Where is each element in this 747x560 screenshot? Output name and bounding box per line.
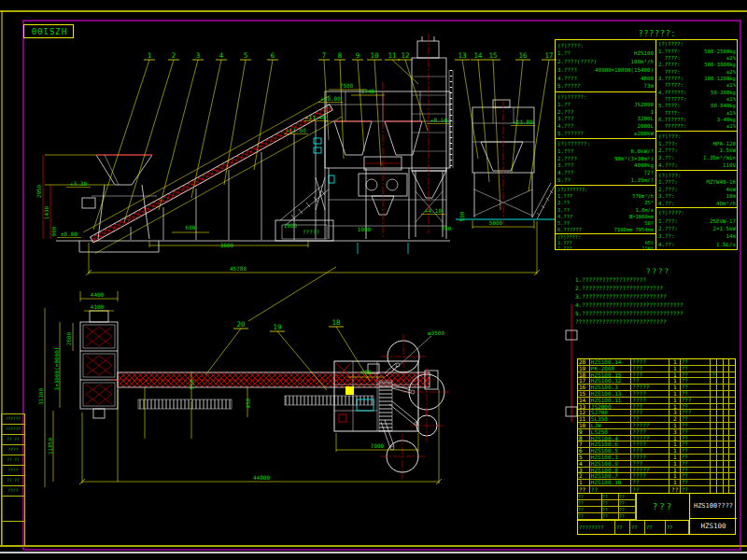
spec-cell-header: (?)????: <box>658 210 736 216</box>
parts-cell <box>711 378 717 384</box>
parts-cell: 9 <box>578 429 590 435</box>
parts-cell <box>711 455 717 460</box>
spec-row: 3.?????:100-1200kg <box>658 76 736 81</box>
spec-row-label: 3.??? <box>557 116 573 121</box>
spec-row-value: 14m <box>726 233 736 239</box>
spec-row-value: HPA-120 <box>713 141 736 147</box>
parts-cell <box>717 468 724 473</box>
parts-cell: 5 <box>578 455 590 460</box>
screen-bottom-line <box>0 552 747 553</box>
parts-row: 15HZS100.13????1?? <box>578 391 735 398</box>
parts-cell: ?? <box>681 385 712 390</box>
parts-cell: 1 <box>669 480 681 485</box>
spec-row-value: 4kW <box>726 187 736 192</box>
spec-row-value: 4800 <box>641 76 654 81</box>
parts-cell: 1 <box>669 404 681 410</box>
parts-cell <box>729 385 735 390</box>
parts-cell: 16 <box>578 385 590 390</box>
spec-row: 3.??:10m <box>658 193 736 199</box>
spec-row-value: 10m <box>726 193 736 199</box>
spec-row-value: 1.5kW <box>720 147 736 153</box>
spec-row: 2.????:500-3000kg <box>658 62 736 67</box>
corner-part-number: HZS100 <box>23 24 74 38</box>
parts-list-table: 20HZS100.14????1??19PK-2008???1??18HZS10… <box>577 358 736 493</box>
spec-row-label: 1.????: <box>658 49 681 54</box>
note-line: 3.????????????????????????? <box>575 292 741 301</box>
spec-row: ????:±2% <box>658 55 736 61</box>
title-block-sub-cell: ?? <box>630 521 645 535</box>
spec-row-label: 2.?? <box>557 200 570 205</box>
parts-cell: HZS100.6 <box>590 441 631 447</box>
spec-row: 1.???6.0kW/? <box>557 148 654 154</box>
spec-row: 6.??????:3-40kg <box>658 117 736 122</box>
spec-row-label: ????: <box>658 110 681 116</box>
spec-row: 1.??HZS100 <box>557 50 654 56</box>
parts-cell: 1 <box>669 455 681 460</box>
spec-row: 6.??????7100mm 7954mm <box>557 227 654 232</box>
strip-row: ?????? <box>1 424 25 434</box>
parts-cell: LJW <box>590 423 631 428</box>
dim-text: 3600 <box>220 242 234 248</box>
spec-row-value: 500-3000kg <box>704 62 736 67</box>
dim-text: 550 <box>189 379 195 389</box>
balloon-number: 19 <box>273 323 281 331</box>
spec-row-label: 5.?? <box>557 177 571 183</box>
parts-cell: HZS100.3 <box>590 385 631 390</box>
parts-cell: HZS100.4 <box>590 436 631 441</box>
parts-cell <box>711 366 717 371</box>
balloon-number: 16 <box>518 51 528 60</box>
spec-row: 5.?????73m <box>557 83 654 89</box>
spec-row-label: 2.???? <box>557 156 577 161</box>
dim-text: 44800 <box>253 474 270 481</box>
parts-cell: ???? <box>631 398 669 403</box>
spec-row-label: 1.?? <box>557 102 571 107</box>
parts-cell <box>729 416 735 422</box>
parts-row: 16HZS100.3?????1?? <box>578 385 735 391</box>
spec-row-label: 6.??????: <box>658 117 686 122</box>
spec-cell-header: (?)???: <box>658 133 736 139</box>
dust-collector <box>417 41 439 58</box>
parts-cell: ?? <box>631 486 669 493</box>
parts-cell: 2 <box>578 473 590 479</box>
spec-row-value: 3200L <box>638 116 654 121</box>
spec-row: 3.??:1.35m³/min <box>658 155 736 161</box>
parts-cell: LS250 <box>590 429 631 435</box>
balloon-leader <box>93 60 149 230</box>
spec-row: 3.???3200L <box>557 116 654 121</box>
parts-cell <box>717 385 724 390</box>
aggregate-bins <box>80 311 118 418</box>
parts-cell <box>717 480 724 485</box>
spec-row-label: 4.???: <box>658 162 678 168</box>
spec-row-value: 1.35m/? <box>631 177 654 183</box>
parts-cell <box>729 436 735 441</box>
title-block-sub-cell: ?? <box>645 521 666 535</box>
spec-row-value: 110V <box>723 162 736 168</box>
parts-cell <box>711 461 717 467</box>
parts-cell: ????? <box>631 423 669 428</box>
spec-row: ?????:±1% <box>658 82 736 88</box>
dim-text: 7500 <box>340 82 354 89</box>
parts-row: 10LJW?????1?? <box>578 423 735 429</box>
spec-cell: (?)????:1.???65t2.???116t <box>556 234 655 249</box>
parts-row: 11SL350??2?? <box>578 416 735 423</box>
parts-cell <box>729 423 735 428</box>
spec-row-value: ±1% <box>726 96 736 102</box>
parts-cell: ?? <box>681 468 712 473</box>
elevation-dim-lines <box>45 90 540 275</box>
title-block-row: ?????? <box>578 494 636 500</box>
balloon-number: 17 <box>544 51 553 60</box>
spec-row: 4.???72? <box>557 170 654 175</box>
parts-cell <box>717 473 724 479</box>
parts-row: 7HZS100.6????1?? <box>578 441 735 448</box>
parts-cell: HZS100.12 <box>590 378 631 384</box>
spec-row-label: ????: <box>658 55 681 61</box>
parts-cell <box>711 404 717 410</box>
spec-row: 2.????(????)100m³/h <box>557 59 654 64</box>
parts-cell: ?? <box>681 486 712 493</box>
parts-cell <box>729 404 735 410</box>
dim-text: 5748 <box>361 88 375 94</box>
parts-row: 5HZS100.1????1?? <box>578 455 735 461</box>
spec-row-value: 2×1.5kW <box>713 226 736 231</box>
spec-row-value: 4000kg <box>634 162 654 168</box>
spec-row-value: 7100mm 7954mm <box>614 227 654 232</box>
